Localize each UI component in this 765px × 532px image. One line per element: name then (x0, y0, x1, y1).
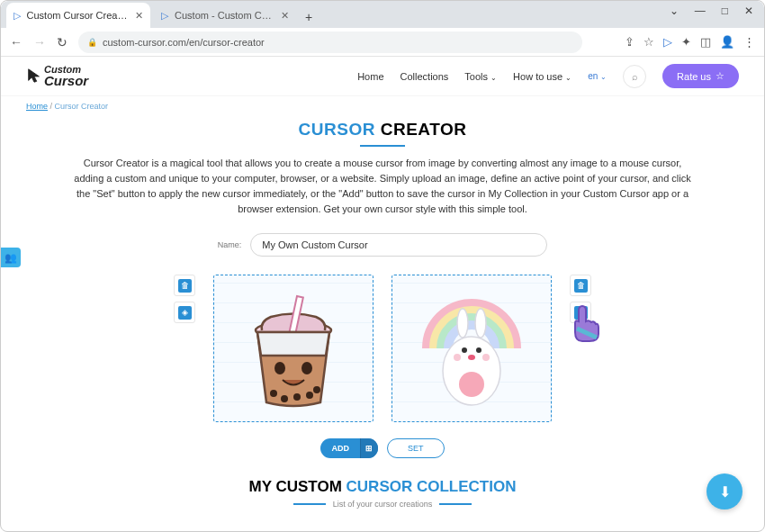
svg-point-8 (313, 386, 320, 393)
window-maximize-icon[interactable]: □ (722, 5, 728, 17)
action-buttons: ADD ⊞ SET (73, 438, 692, 458)
svg-point-13 (476, 347, 482, 353)
svg-point-3 (302, 362, 312, 374)
nav-home[interactable]: Home (357, 71, 383, 82)
trash-icon: 🗑 (178, 279, 192, 293)
name-label: Name: (218, 240, 242, 249)
main-nav: Home Collections Tools ⌄ How to use ⌄ en… (357, 64, 739, 88)
people-icon: 👥 (4, 252, 17, 264)
logo-text-bottom: Cursor (44, 73, 88, 88)
site-header: Custom Cursor Home Collections Tools ⌄ H… (1, 57, 764, 96)
collection-title: MY CUSTOM CURSOR COLLECTION (73, 478, 692, 496)
extension-cursor-icon[interactable]: ▷ (663, 35, 672, 49)
svg-point-7 (306, 392, 313, 399)
rate-us-button[interactable]: Rate us ☆ (662, 64, 739, 88)
add-button[interactable]: ADD ⊞ (320, 438, 378, 458)
url-field[interactable]: 🔒 custom-cursor.com/en/cursor-creator (78, 32, 582, 53)
svg-point-9 (457, 309, 468, 338)
breadcrumb: Home / Cursor Creator (1, 96, 764, 116)
nav-language[interactable]: en ⌄ (588, 71, 607, 81)
bunny-rainbow-image (409, 285, 535, 411)
bookmark-icon[interactable]: ☆ (644, 35, 654, 49)
breadcrumb-current: Cursor Creator (55, 102, 109, 111)
address-bar: ← → ↻ 🔒 custom-cursor.com/en/cursor-crea… (1, 28, 764, 57)
main-content: CURSOR CREATOR Cursor Creator is a magic… (1, 120, 764, 509)
new-tab-button[interactable]: + (298, 6, 320, 28)
name-input-row: Name: (73, 233, 692, 257)
profile-icon[interactable]: 👤 (720, 35, 734, 49)
browser-tab[interactable]: ▷ Custom - Custom Cursor ✕ (152, 3, 296, 28)
title-underline (360, 145, 405, 147)
svg-point-14 (468, 355, 475, 360)
lock-icon: 🔒 (87, 38, 97, 47)
search-button[interactable]: ⌕ (623, 65, 646, 88)
menu-icon[interactable]: ⋮ (743, 35, 755, 49)
nav-howto[interactable]: How to use ⌄ (513, 71, 572, 82)
window-chevron-icon[interactable]: ⌄ (670, 5, 679, 17)
star-icon: ☆ (716, 70, 724, 82)
window-close-icon[interactable]: ✕ (744, 5, 753, 17)
svg-point-10 (475, 309, 486, 338)
erase-icon: ◈ (178, 306, 192, 320)
tab-strip: ▷ Custom Cursor Creator - Custom ✕ ▷ Cus… (1, 1, 764, 28)
browser-tab-active[interactable]: ▷ Custom Cursor Creator - Custom ✕ (6, 3, 150, 28)
back-button[interactable]: ← (10, 35, 22, 50)
svg-point-15 (459, 372, 484, 397)
svg-point-4 (270, 390, 277, 397)
svg-point-6 (293, 393, 301, 401)
reload-button[interactable]: ↻ (57, 35, 68, 50)
delete-right-button[interactable]: 🗑 (570, 275, 591, 296)
hand-cursor-icon (566, 303, 602, 345)
cursor-name-input[interactable] (250, 233, 547, 257)
svg-point-5 (281, 395, 288, 402)
cursor-canvas-right[interactable] (392, 275, 552, 422)
boba-cup-image (230, 285, 356, 411)
favicon-icon: ▷ (159, 10, 169, 21)
collection-subtitle: List of your cursor creations (73, 500, 692, 509)
page-title: CURSOR CREATOR (73, 120, 692, 140)
left-tools: 🗑 ◈ (174, 275, 195, 422)
logo[interactable]: Custom Cursor (26, 66, 88, 86)
delete-left-button[interactable]: 🗑 (174, 275, 195, 296)
sidepanel-icon[interactable]: ◫ (700, 35, 711, 49)
trash-icon: 🗑 (574, 279, 588, 293)
extensions-icon[interactable]: ✦ (681, 35, 691, 49)
erase-left-button[interactable]: ◈ (174, 302, 195, 323)
logo-cursor-icon (26, 68, 42, 84)
favicon-icon: ▷ (14, 10, 22, 21)
breadcrumb-sep: / (50, 102, 53, 111)
accessibility-widget[interactable]: 👥 (1, 248, 21, 267)
download-icon: ⬇ (719, 483, 731, 500)
page-description: Cursor Creator is a magical tool that al… (73, 156, 692, 217)
tab-title: Custom Cursor Creator - Custom (27, 10, 130, 21)
tab-title: Custom - Custom Cursor (175, 10, 275, 21)
url-text: custom-cursor.com/en/cursor-creator (103, 37, 265, 48)
window-minimize-icon[interactable]: — (695, 5, 706, 17)
cursor-canvas-left[interactable] (213, 275, 374, 422)
svg-point-16 (454, 354, 461, 361)
right-tools: 🗑 ◈ (570, 275, 591, 422)
tab-close-icon[interactable]: ✕ (135, 10, 143, 22)
svg-point-12 (462, 347, 467, 353)
nav-tools[interactable]: Tools ⌄ (464, 71, 497, 82)
share-icon[interactable]: ⇪ (625, 35, 634, 49)
download-fab[interactable]: ⬇ (706, 473, 742, 509)
search-icon: ⌕ (632, 71, 638, 82)
svg-point-17 (482, 354, 490, 361)
tab-close-icon[interactable]: ✕ (281, 10, 289, 22)
canvas-row: 🗑 ◈ (73, 275, 692, 422)
svg-point-2 (274, 362, 285, 374)
set-button[interactable]: SET (387, 438, 445, 458)
forward-button[interactable]: → (33, 35, 46, 50)
nav-collections[interactable]: Collections (400, 71, 449, 82)
breadcrumb-home[interactable]: Home (26, 102, 48, 111)
windows-icon: ⊞ (360, 438, 378, 458)
